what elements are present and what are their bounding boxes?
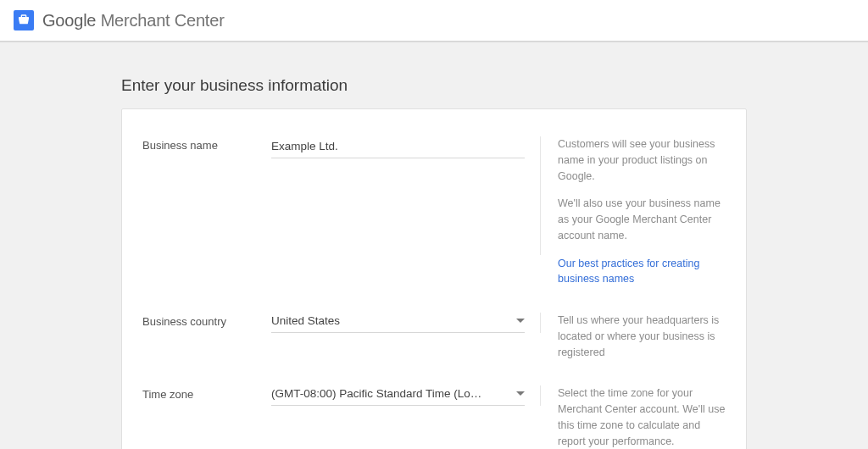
row-business-country: Business country United States Tell us w… [142, 308, 726, 365]
brand-light: Merchant Center [96, 11, 224, 30]
business-country-help: Tell us where your headquarters is locat… [541, 313, 726, 360]
form-card: Business name Example Ltd. Customers wil… [121, 108, 747, 449]
business-country-label: Business country [142, 313, 271, 333]
app-header: Google Merchant Center [0, 0, 868, 42]
time-zone-help: Select the time zone for your Merchant C… [541, 385, 726, 449]
business-name-help: Customers will see your business name in… [541, 136, 726, 287]
time-zone-label: Time zone [142, 385, 271, 406]
chevron-down-icon [516, 391, 525, 396]
page-content: Enter your business information Business… [0, 42, 868, 449]
business-country-value: United States [271, 314, 340, 327]
page-title: Enter your business information [121, 76, 747, 95]
business-name-label: Business name [142, 136, 271, 255]
time-zone-value: (GMT-08:00) Pacific Standard Time (Lo… [271, 387, 481, 400]
merchant-center-logo-icon [14, 10, 34, 30]
brand-bold: Google [42, 11, 96, 30]
row-business-name: Business name Example Ltd. Customers wil… [142, 131, 726, 292]
chevron-down-icon [516, 319, 525, 323]
business-name-field[interactable]: Example Ltd. [271, 136, 525, 255]
business-country-select[interactable]: United States [271, 313, 525, 333]
best-practices-link[interactable]: Our best practices for creating business… [558, 258, 699, 285]
time-zone-select[interactable]: (GMT-08:00) Pacific Standard Time (Lo… [271, 385, 525, 406]
row-time-zone: Time zone (GMT-08:00) Pacific Standard T… [142, 380, 726, 449]
business-name-input[interactable]: Example Ltd. [271, 136, 525, 158]
brand-title: Google Merchant Center [42, 11, 225, 30]
